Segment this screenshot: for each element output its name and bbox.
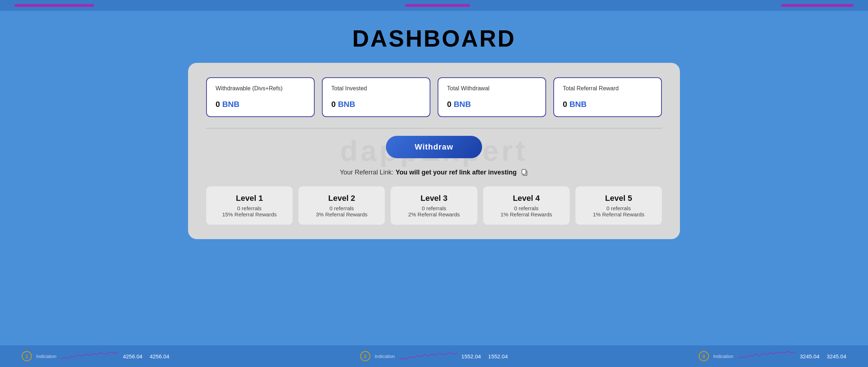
- level-4-referrals: 0 referrals: [492, 205, 561, 211]
- level-3-rewards: 2% Referral Rewards: [399, 211, 468, 217]
- level-1-referrals: 0 referrals: [215, 205, 284, 211]
- referral-link-value: You will get your ref link after investi…: [396, 169, 517, 176]
- svg-rect-1: [522, 169, 526, 174]
- top-bar-deco-center: [405, 4, 470, 7]
- referral-link-label: Your Referral Link:: [340, 169, 393, 176]
- stat-withdrawal-value: 0 BNB: [447, 100, 537, 109]
- stat-withdrawal-currency: BNB: [454, 100, 471, 109]
- indicator-1-circle: 1: [22, 351, 32, 361]
- stat-withdrawable-amount: 0: [216, 100, 220, 109]
- level-4-rewards: 1% Referral Rewards: [492, 211, 561, 217]
- top-bar-deco-left: [14, 4, 94, 7]
- stats-row: Withdrawable (Divs+Refs) 0 BNB Total Inv…: [206, 77, 662, 117]
- stat-invested: Total Invested 0 BNB: [322, 77, 430, 117]
- indicator-3-value1: 3245.04: [800, 353, 820, 359]
- stat-referral-currency: BNB: [569, 100, 587, 109]
- level-3-referrals: 0 referrals: [399, 205, 468, 211]
- indicator-1: 1 Indication 4256.04 4256.04: [22, 351, 169, 361]
- top-bar-deco-right: [781, 4, 854, 7]
- copy-icon[interactable]: [520, 168, 528, 176]
- indicator-2: 2 Indication 1552.04 1552.04: [360, 351, 508, 361]
- stat-withdrawal-amount: 0: [447, 100, 451, 109]
- withdraw-btn-container: Withdraw: [206, 136, 662, 158]
- indicator-3-values: 3245.04 3245.04: [800, 353, 846, 359]
- level-5-referrals: 0 referrals: [584, 205, 653, 211]
- indicator-3-value2: 3245.04: [827, 353, 846, 359]
- divider: [206, 128, 662, 129]
- level-card-4: Level 4 0 referrals 1% Referral Rewards: [483, 186, 570, 225]
- stat-withdrawable-value: 0 BNB: [216, 100, 305, 109]
- main-content: DASHBOARD dappExpert Withdrawable (Divs+…: [0, 11, 868, 345]
- stat-referral-value: 0 BNB: [563, 100, 652, 109]
- level-card-3: Level 3 0 referrals 2% Referral Rewards: [391, 186, 477, 225]
- indicator-2-value1: 1552.04: [461, 353, 481, 359]
- levels-row: Level 1 0 referrals 15% Referral Rewards…: [206, 186, 662, 225]
- stat-invested-currency: BNB: [338, 100, 355, 109]
- level-2-rewards: 3% Referral Rewards: [307, 211, 376, 217]
- indicator-1-values: 4256.04 4256.04: [123, 353, 169, 359]
- level-5-title: Level 5: [584, 194, 653, 203]
- level-2-referrals: 0 referrals: [307, 205, 376, 211]
- indicator-2-circle: 2: [360, 351, 370, 361]
- level-1-title: Level 1: [215, 194, 284, 203]
- referral-link-row: Your Referral Link: You will get your re…: [206, 168, 662, 176]
- level-card-1: Level 1 0 referrals 15% Referral Rewards: [206, 186, 293, 225]
- indicator-3-circle: 3: [699, 351, 709, 361]
- indicator-2-chart: [399, 351, 457, 361]
- indicator-1-value1: 4256.04: [123, 353, 142, 359]
- stat-referral: Total Referral Reward 0 BNB: [553, 77, 662, 117]
- stat-invested-amount: 0: [331, 100, 336, 109]
- indicator-3: 3 Indication 3245.04 3245.04: [699, 351, 846, 361]
- indicator-3-chart: [738, 351, 796, 361]
- indicator-1-chart: [61, 351, 119, 361]
- dashboard-title: DASHBOARD: [352, 25, 516, 52]
- indicator-2-value2: 1552.04: [488, 353, 508, 359]
- withdraw-button[interactable]: Withdraw: [386, 136, 482, 158]
- bottom-bar: 1 Indication 4256.04 4256.04 2 Indicatio…: [0, 345, 868, 367]
- level-card-5: Level 5 0 referrals 1% Referral Rewards: [575, 186, 662, 225]
- indicator-1-label: Indication: [36, 354, 56, 359]
- stat-referral-label: Total Referral Reward: [563, 85, 652, 92]
- stat-withdrawable: Withdrawable (Divs+Refs) 0 BNB: [206, 77, 315, 117]
- stat-invested-label: Total Invested: [331, 85, 421, 92]
- level-card-2: Level 2 0 referrals 3% Referral Rewards: [298, 186, 385, 225]
- level-1-rewards: 15% Referral Rewards: [215, 211, 284, 217]
- stat-withdrawable-label: Withdrawable (Divs+Refs): [216, 85, 305, 92]
- indicator-2-values: 1552.04 1552.04: [461, 353, 508, 359]
- dashboard-card: dappExpert Withdrawable (Divs+Refs) 0 BN…: [188, 63, 680, 239]
- indicator-3-label: Indication: [713, 354, 733, 359]
- stat-withdrawable-currency: BNB: [222, 100, 239, 109]
- stat-withdrawal: Total Withdrawal 0 BNB: [438, 77, 546, 117]
- top-bar: [0, 0, 868, 11]
- level-2-title: Level 2: [307, 194, 376, 203]
- level-4-title: Level 4: [492, 194, 561, 203]
- stat-referral-amount: 0: [563, 100, 567, 109]
- stat-invested-value: 0 BNB: [331, 100, 421, 109]
- level-3-title: Level 3: [399, 194, 468, 203]
- level-5-rewards: 1% Referral Rewards: [584, 211, 653, 217]
- stat-withdrawal-label: Total Withdrawal: [447, 85, 537, 92]
- indicator-2-label: Indication: [375, 354, 395, 359]
- indicator-1-value2: 4256.04: [150, 353, 169, 359]
